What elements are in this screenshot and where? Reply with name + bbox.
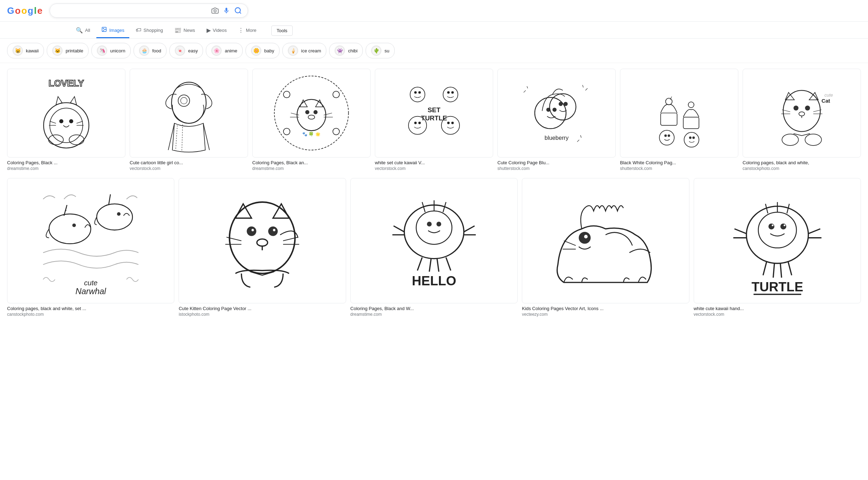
svg-line-118 xyxy=(227,237,242,241)
result-card-1[interactable]: LOVELY Coloring Pages, Black ... xyxy=(7,69,125,171)
svg-point-61 xyxy=(418,91,421,94)
svg-point-69 xyxy=(447,122,450,124)
svg-point-139 xyxy=(768,223,774,229)
svg-point-131 xyxy=(584,235,588,238)
result-card-3[interactable]: 🐾 🍀 🌟 Coloring Pages, Black an... dreams… xyxy=(252,69,371,171)
easy-chip-label: easy xyxy=(188,48,198,53)
google-logo[interactable]: Google xyxy=(7,5,43,16)
result-card-10[interactable]: HELLO Coloring Pages, Black and W... dre… xyxy=(350,178,518,317)
tab-all[interactable]: 🔍 All xyxy=(71,23,95,38)
svg-point-0 xyxy=(214,10,216,12)
result-card-5[interactable]: blueberry Cute Coloring Page Blu... shut… xyxy=(497,69,616,171)
result-card-12[interactable]: TURTLE white cute kawaii hand... vectors… xyxy=(694,178,861,317)
svg-marker-112 xyxy=(273,204,289,218)
svg-point-141 xyxy=(780,223,786,229)
logo-letter-e: e xyxy=(37,5,42,16)
tools-button[interactable]: Tools xyxy=(271,25,293,36)
svg-point-62 xyxy=(443,87,458,102)
svg-rect-82 xyxy=(683,117,699,129)
filter-chip-printable[interactable]: 🐱 printable xyxy=(47,43,89,58)
result-card-1-source: dreamstime.com xyxy=(7,166,125,171)
svg-point-95 xyxy=(799,112,805,116)
svg-text:🍬: 🍬 xyxy=(177,48,183,54)
filter-chip-anime[interactable]: 🌸 anime xyxy=(206,43,242,58)
results-row-2: cute Narwhal Coloring pages, black and w… xyxy=(7,178,861,317)
tab-all-label: All xyxy=(85,28,90,33)
result-card-11-source: vecteezy.com xyxy=(522,312,689,317)
tab-news[interactable]: 📰 News xyxy=(169,23,200,38)
svg-point-104 xyxy=(49,214,91,244)
result-card-10-source: dreamstime.com xyxy=(350,312,518,317)
result-card-9[interactable]: Cute Kitten Coloring Page Vector ... ist… xyxy=(179,178,346,317)
tab-more[interactable]: ⋮ More xyxy=(233,23,261,38)
result-card-10-thumb: HELLO xyxy=(350,178,518,303)
more-icon: ⋮ xyxy=(238,27,244,34)
svg-text:HELLO: HELLO xyxy=(412,274,456,288)
svg-point-134 xyxy=(746,206,808,263)
filter-chip-su[interactable]: 🌵 su xyxy=(366,43,395,58)
svg-point-110 xyxy=(230,202,295,274)
result-card-8[interactable]: cute Narwhal Coloring pages, black and w… xyxy=(7,178,174,317)
svg-point-87 xyxy=(684,132,699,147)
filter-chip-food[interactable]: 🧁 food xyxy=(134,43,167,58)
filter-chip-kawaii[interactable]: 😸 kawaii xyxy=(7,43,44,58)
svg-point-55 xyxy=(283,91,290,98)
header: Google cute coloring pages xyxy=(0,0,868,22)
svg-point-60 xyxy=(414,91,417,94)
svg-point-75 xyxy=(552,108,557,112)
filter-chip-baby[interactable]: 🌼 baby xyxy=(246,43,280,58)
tab-images[interactable]: Images xyxy=(96,23,129,38)
search-submit-button[interactable] xyxy=(234,7,242,15)
videos-icon: ▶ xyxy=(207,27,211,34)
svg-point-122 xyxy=(404,205,464,258)
logo-letter-g: G xyxy=(7,5,14,16)
baby-chip-image: 🌼 xyxy=(251,45,261,56)
result-card-2[interactable]: Cute cartoon little girl co... vectorsto… xyxy=(130,69,248,171)
result-card-10-title: Coloring Pages, Black and W... xyxy=(350,305,518,312)
svg-text:🧁: 🧁 xyxy=(141,48,147,54)
voice-search-button[interactable] xyxy=(223,7,230,14)
search-bar: cute coloring pages xyxy=(50,4,248,18)
filter-chip-ice-cream[interactable]: 🍦 ice cream xyxy=(282,43,326,58)
logo-letter-o2: o xyxy=(21,5,27,16)
result-card-8-thumb: cute Narwhal xyxy=(7,178,174,303)
svg-text:LOVELY: LOVELY xyxy=(49,78,84,88)
camera-search-button[interactable] xyxy=(212,7,219,14)
filter-chip-easy[interactable]: 🍬 easy xyxy=(169,43,203,58)
svg-point-102 xyxy=(782,134,799,146)
result-card-3-source: dreamstime.com xyxy=(252,166,371,171)
result-card-4[interactable]: SET TURTLE white set cute kawaii V... ve… xyxy=(375,69,493,171)
svg-point-78 xyxy=(564,102,568,106)
svg-point-59 xyxy=(410,87,425,102)
svg-point-105 xyxy=(72,223,76,227)
filter-chip-unicorn[interactable]: 🦄 unicorn xyxy=(91,43,131,58)
svg-point-77 xyxy=(559,102,563,106)
filter-chip-chibi[interactable]: 👾 chibi xyxy=(329,43,363,58)
svg-text:Cat: Cat xyxy=(822,98,830,104)
svg-text:TURTLE: TURTLE xyxy=(421,114,447,122)
svg-point-142 xyxy=(783,224,785,226)
su-chip-label: su xyxy=(384,48,389,53)
svg-text:🐾 🍀 🌟: 🐾 🍀 🌟 xyxy=(302,132,320,137)
search-icon: 🔍 xyxy=(76,27,83,34)
svg-point-113 xyxy=(247,226,257,236)
result-card-12-source: vectorstock.com xyxy=(694,312,861,317)
ice-cream-chip-label: ice cream xyxy=(301,48,321,53)
anime-chip-image: 🌸 xyxy=(211,45,222,56)
tab-images-label: Images xyxy=(109,28,124,33)
tab-news-label: News xyxy=(184,28,195,33)
result-card-7[interactable]: cute Cat Coloring pages, black and white… xyxy=(743,69,861,171)
tab-videos[interactable]: ▶ Videos xyxy=(202,23,232,38)
svg-point-88 xyxy=(689,137,692,139)
result-card-6[interactable]: Black White Coloring Pag... shutterstock… xyxy=(620,69,738,171)
svg-point-1 xyxy=(235,8,240,13)
result-card-9-title: Cute Kitten Coloring Page Vector ... xyxy=(179,305,346,312)
svg-point-90 xyxy=(783,90,821,131)
svg-point-76 xyxy=(549,94,576,120)
tab-shopping[interactable]: 🏷 Shopping xyxy=(131,23,168,38)
search-input[interactable]: cute coloring pages xyxy=(56,7,208,14)
result-card-7-thumb: cute Cat xyxy=(743,69,861,158)
svg-rect-80 xyxy=(661,113,677,125)
result-card-11[interactable]: Kids Coloring Pages Vector Art, Icons ..… xyxy=(522,178,689,317)
anime-chip-label: anime xyxy=(225,48,237,53)
